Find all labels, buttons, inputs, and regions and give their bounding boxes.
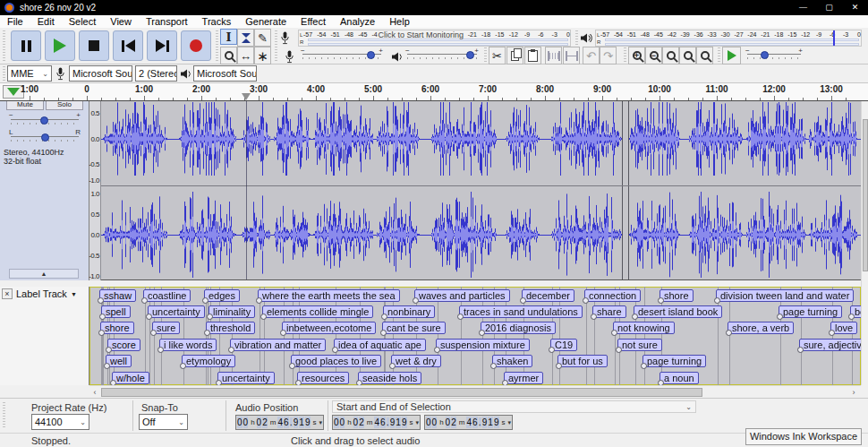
label[interactable]: but for us [557, 355, 608, 367]
redo-button[interactable]: ↷ [600, 47, 617, 64]
label[interactable]: wet & dry [391, 355, 441, 367]
multi-tool-button[interactable]: ∗ [254, 47, 271, 64]
device-toolbar-grip[interactable] [3, 66, 5, 82]
menu-help[interactable]: Help [382, 16, 417, 27]
time-digit[interactable]: 1 [488, 417, 493, 428]
label[interactable]: idea of aquatic ape [334, 339, 426, 351]
pan-slider[interactable]: L R [11, 133, 79, 145]
playback-volume-slider[interactable]: − + [407, 51, 477, 63]
label[interactable]: liminality [208, 305, 255, 318]
label-handle[interactable] [106, 347, 112, 353]
label-track-close-button[interactable]: × [2, 288, 13, 299]
play-at-speed-button[interactable] [722, 47, 741, 64]
label-handle[interactable] [413, 297, 419, 304]
selection-end-field[interactable]: 00h02m46.919s▾ [424, 415, 513, 430]
label-handle[interactable] [479, 330, 485, 336]
time-digit[interactable]: 2 [451, 417, 456, 428]
label[interactable]: december [522, 289, 574, 302]
track-control-panel[interactable]: Mute Solo − + L R Stereo, 44100Hz 32-bit… [0, 101, 89, 280]
label-handle[interactable] [777, 314, 783, 320]
zoom-tool-button[interactable] [220, 47, 237, 64]
skip-to-end-button[interactable] [147, 30, 177, 61]
label-handle[interactable] [98, 330, 105, 336]
menu-transport[interactable]: Transport [139, 16, 195, 27]
time-digit[interactable]: 0 [432, 417, 438, 428]
label[interactable]: uncertainty [217, 372, 275, 384]
label[interactable]: w/hole [112, 372, 149, 384]
time-digit[interactable]: 9 [402, 417, 407, 428]
label-handle[interactable] [141, 297, 148, 304]
label[interactable]: sshaw [99, 289, 136, 302]
label-handle[interactable] [611, 330, 617, 336]
paste-button[interactable] [524, 47, 541, 64]
label[interactable]: vibration and matter [230, 339, 326, 351]
label-handle[interactable] [202, 297, 208, 304]
vertical-scrollbar-thumb[interactable] [863, 119, 868, 271]
label-handle[interactable] [260, 314, 267, 320]
time-digit[interactable]: 0 [237, 417, 243, 428]
minimize-button[interactable]: — [790, 0, 816, 15]
menu-edit[interactable]: Edit [30, 16, 62, 27]
label-handle[interactable] [180, 363, 186, 369]
time-digit[interactable]: 1 [396, 417, 401, 428]
zoom-toggle-button[interactable] [696, 47, 713, 64]
label-handle[interactable] [520, 297, 526, 304]
label-handle[interactable] [641, 363, 647, 369]
recording-channels-select[interactable]: 2 (Stereo)⌄ [135, 65, 177, 82]
time-digit[interactable]: . [387, 417, 389, 427]
project-rate-select[interactable]: 44100⌄ [31, 414, 89, 430]
time-digit[interactable]: 0 [353, 417, 359, 428]
label-track-title-menu[interactable]: Label Track▼ [16, 288, 77, 299]
label[interactable]: etymology [182, 355, 235, 367]
label[interactable]: 2016 diagnosis [481, 322, 556, 334]
time-format-arrow[interactable]: ▾ [319, 419, 323, 426]
time-digit[interactable]: 2 [359, 417, 364, 428]
label-handle[interactable] [726, 330, 732, 336]
meter-grip[interactable] [275, 30, 277, 62]
label-handle[interactable] [714, 297, 720, 304]
label-handle[interactable] [381, 314, 387, 320]
label-handle[interactable] [216, 380, 222, 385]
label-handle[interactable] [549, 347, 555, 353]
label[interactable]: uncertainty [148, 305, 205, 318]
waveform-channel-left[interactable] [101, 101, 861, 185]
tools-toolbar-grip[interactable] [216, 30, 218, 62]
time-digit[interactable]: 2 [262, 417, 268, 428]
label[interactable]: seaside hols [358, 372, 421, 384]
zoom-in-button[interactable]: + [628, 47, 645, 64]
label[interactable]: division tween land and water [716, 289, 854, 302]
pause-button[interactable] [11, 30, 41, 61]
playback-meter[interactable]: LR -57-54-51-48-45-42-39-36-33-30-27-24-… [595, 30, 862, 47]
recording-volume-thumb[interactable] [367, 51, 375, 59]
selection-mode-combo[interactable]: Start and End of Selection⌄ [332, 400, 696, 413]
selection-tool-button[interactable]: I [220, 29, 237, 45]
close-button[interactable]: ✕ [842, 0, 868, 15]
label[interactable]: i like words [159, 339, 217, 351]
label[interactable]: not sure [617, 339, 662, 351]
label[interactable]: elements collide mingle [262, 305, 373, 318]
menu-file[interactable]: File [0, 16, 30, 27]
fit-selection-button[interactable] [662, 47, 679, 64]
label[interactable]: shore [660, 289, 694, 302]
label-handle[interactable] [616, 347, 622, 353]
label-handle[interactable] [434, 347, 440, 353]
time-digit[interactable]: 4 [277, 417, 283, 428]
label-handle[interactable] [591, 314, 597, 320]
time-digit[interactable]: 1 [299, 417, 304, 428]
label-track-panel[interactable]: × Label Track▼ [0, 287, 89, 385]
label[interactable]: suspension mixture [436, 339, 530, 351]
label-handle[interactable] [556, 363, 562, 369]
label-handle[interactable] [583, 297, 589, 304]
label-handle[interactable] [389, 363, 396, 369]
menu-select[interactable]: Select [62, 16, 104, 27]
speaker-icon[interactable] [580, 32, 593, 44]
label[interactable]: inbetween,ecotome [282, 322, 376, 334]
label-handle[interactable] [356, 380, 362, 385]
menu-tracks[interactable]: Tracks [195, 16, 239, 27]
time-shift-tool-button[interactable]: ↔ [237, 47, 254, 64]
label-handle[interactable] [150, 330, 157, 336]
mute-button[interactable]: Mute [6, 101, 44, 110]
label-handle[interactable] [658, 297, 664, 304]
label-handle[interactable] [380, 330, 387, 336]
menu-analyze[interactable]: Analyze [333, 16, 382, 27]
